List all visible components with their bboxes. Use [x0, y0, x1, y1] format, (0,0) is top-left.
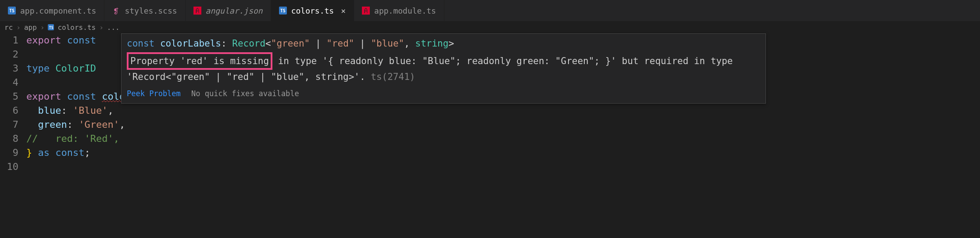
tab-label: colors.ts — [291, 6, 334, 15]
type-identifier: ColorID — [55, 63, 96, 74]
line-gutter: 1 2 3 4 5 6 7 8 9 10 — [0, 33, 26, 174]
typescript-icon: TS — [279, 7, 287, 14]
breadcrumb-part: rc — [4, 23, 13, 32]
tab-label: app.module.ts — [374, 6, 436, 15]
property: blue — [38, 105, 61, 116]
hover-error-message: Property 'red' is missing in type '{ rea… — [127, 52, 760, 84]
punctuation: : — [221, 38, 232, 49]
line-number: 1 — [0, 33, 18, 47]
close-icon[interactable]: × — [341, 6, 346, 15]
string-literal: 'Green' — [79, 119, 119, 130]
string-literal: 'Blue' — [73, 105, 107, 116]
code-line: } as const; — [26, 146, 980, 160]
comment: // red: 'Red', — [26, 133, 119, 144]
code-line — [26, 160, 980, 174]
tab-label: app.component.ts — [20, 6, 96, 15]
breadcrumb-part: ... — [107, 23, 120, 32]
property: green — [38, 119, 67, 130]
typescript-icon: TS — [48, 24, 54, 30]
keyword: as — [38, 147, 50, 158]
code-line: // red: 'Red', — [26, 132, 980, 146]
punctuation: < — [265, 38, 271, 49]
line-number: 8 — [0, 132, 18, 146]
hover-signature: const colorLabels: Record<"green" | "red… — [127, 36, 760, 50]
tab-bar: TS app.component.ts ❡ styles.scss 🅰 angu… — [0, 0, 980, 21]
string: "green" — [271, 38, 310, 49]
keyword: const — [127, 38, 154, 49]
string: "blue" — [371, 38, 404, 49]
line-number: 9 — [0, 146, 18, 160]
line-number: 6 — [0, 104, 18, 118]
tab-app-component[interactable]: TS app.component.ts — [0, 0, 104, 21]
no-quick-fix-label: No quick fixes available — [191, 89, 299, 98]
string: "red" — [326, 38, 354, 49]
line-number: 4 — [0, 76, 18, 90]
tab-label: styles.scss — [125, 6, 177, 15]
line-number: 7 — [0, 118, 18, 132]
code-line: green: 'Green', — [26, 118, 980, 132]
chevron-right-icon: › — [99, 23, 104, 32]
punctuation: | — [310, 38, 326, 49]
breadcrumb-part: colors.ts — [57, 23, 96, 32]
keyword: const — [67, 91, 96, 102]
tab-colors[interactable]: TS colors.ts × — [271, 0, 354, 21]
angular-icon: 🅰 — [193, 7, 201, 14]
breadcrumb[interactable]: rc › app › TS colors.ts › ... — [0, 21, 980, 33]
keyword: const — [55, 147, 84, 158]
error-highlight: Property 'red' is missing — [127, 52, 272, 70]
punctuation: , — [404, 38, 415, 49]
tab-label: angular.json — [206, 6, 263, 15]
type: Record — [232, 38, 265, 49]
line-number: 10 — [0, 160, 18, 174]
punctuation: | — [354, 38, 371, 49]
line-number: 5 — [0, 90, 18, 104]
keyword: export — [26, 91, 61, 102]
keyword: const — [67, 35, 96, 46]
editor[interactable]: 1 2 3 4 5 6 7 8 9 10 export const type C… — [0, 33, 980, 174]
line-number: 2 — [0, 47, 18, 61]
scss-icon: ❡ — [112, 7, 120, 14]
breadcrumb-part: app — [24, 23, 37, 32]
typescript-icon: TS — [8, 7, 16, 14]
line-number: 3 — [0, 61, 18, 76]
brace: } — [26, 147, 32, 158]
hover-actions: Peek Problem No quick fixes available — [127, 87, 760, 101]
error-code: ts(2741) — [365, 72, 415, 82]
type: string — [415, 38, 449, 49]
peek-problem-link[interactable]: Peek Problem — [127, 89, 181, 98]
tab-styles[interactable]: ❡ styles.scss — [104, 0, 185, 21]
tab-app-module[interactable]: 🅰 app.module.ts — [354, 0, 444, 21]
hover-tooltip: const colorLabels: Record<"green" | "red… — [121, 33, 766, 104]
code-line: blue: 'Blue', — [26, 104, 980, 118]
angular-icon: 🅰 — [362, 7, 370, 14]
punctuation: > — [448, 38, 454, 49]
code-area[interactable]: export const type ColorID export const c… — [26, 33, 980, 174]
keyword: export — [26, 35, 61, 46]
keyword: type — [26, 63, 50, 74]
chevron-right-icon: › — [16, 23, 21, 32]
chevron-right-icon: › — [40, 23, 45, 32]
identifier: colorLabels — [160, 38, 221, 49]
tab-angular-json[interactable]: 🅰 angular.json — [186, 0, 271, 21]
